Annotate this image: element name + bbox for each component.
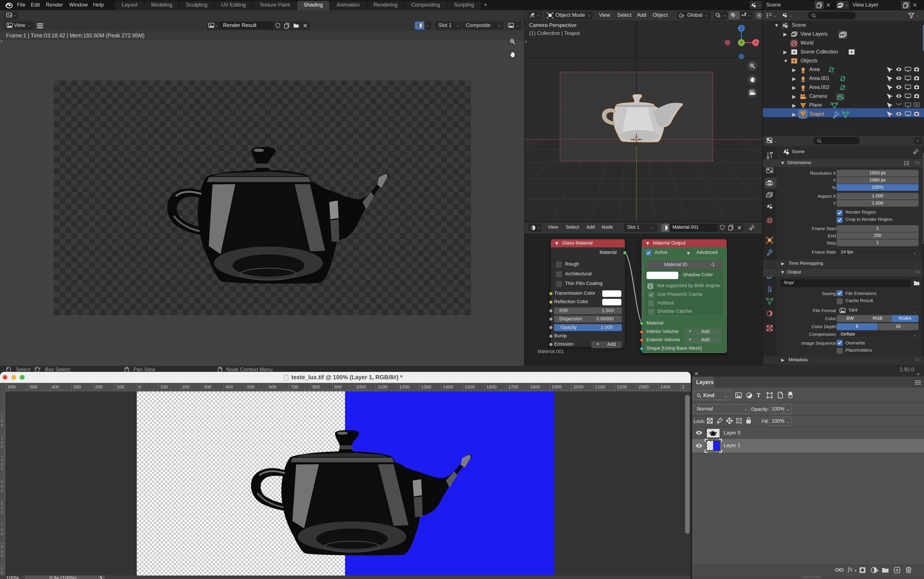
svg-text:1500: 1500 <box>465 384 475 389</box>
svg-text:0: 0 <box>1 510 3 514</box>
svg-text:1100: 1100 <box>378 384 387 389</box>
svg-text:X: X <box>754 40 757 45</box>
svg-text:1900: 1900 <box>552 384 562 389</box>
svg-text:0: 0 <box>1 571 3 575</box>
svg-text:0: 0 <box>1 549 3 554</box>
svg-text:5: 5 <box>1 480 3 484</box>
svg-text:600: 600 <box>269 384 277 389</box>
svg-text:4: 4 <box>1 458 3 462</box>
svg-text:200: 200 <box>182 384 190 389</box>
svg-text:Y: Y <box>740 40 743 45</box>
svg-text:200: 200 <box>95 384 103 389</box>
svg-text:600: 600 <box>8 384 16 389</box>
svg-text:9: 9 <box>1 567 3 571</box>
svg-text:100: 100 <box>160 384 168 389</box>
svg-text:2100: 2100 <box>595 384 605 389</box>
svg-text:1700: 1700 <box>508 384 518 389</box>
svg-text:500: 500 <box>30 384 38 389</box>
svg-text:1000: 1000 <box>356 384 366 389</box>
svg-text:500: 500 <box>247 384 255 389</box>
svg-text:1800: 1800 <box>530 384 540 389</box>
svg-text:400: 400 <box>52 384 59 389</box>
svg-text:2200: 2200 <box>617 384 627 389</box>
svg-text:Z: Z <box>740 26 743 31</box>
svg-text:7: 7 <box>1 523 3 527</box>
svg-text:100: 100 <box>117 384 125 389</box>
svg-text:8: 8 <box>1 545 3 549</box>
svg-text:2000: 2000 <box>573 384 583 389</box>
svg-text:0: 0 <box>1 488 3 493</box>
svg-text:0: 0 <box>1 423 3 427</box>
svg-text:0: 0 <box>1 419 3 423</box>
svg-text:i: i <box>650 284 651 289</box>
svg-text:1400: 1400 <box>443 384 453 389</box>
svg-text:1600: 1600 <box>487 384 496 389</box>
svg-text:0: 0 <box>1 532 3 536</box>
svg-text:1200: 1200 <box>400 384 410 389</box>
svg-text:400: 400 <box>226 384 233 389</box>
svg-text:2: 2 <box>1 414 3 419</box>
svg-text:300: 300 <box>204 384 211 389</box>
svg-text:2400: 2400 <box>660 384 670 389</box>
svg-text:0: 0 <box>1 462 3 467</box>
svg-text:0: 0 <box>1 554 3 558</box>
svg-text:0: 0 <box>1 467 3 471</box>
svg-text:900: 900 <box>334 384 342 389</box>
svg-text:300: 300 <box>73 384 81 389</box>
svg-text:0: 0 <box>1 440 3 445</box>
svg-text:0: 0 <box>139 384 141 389</box>
svg-text:0: 0 <box>1 506 3 510</box>
svg-text:0: 0 <box>1 484 3 488</box>
svg-text:0: 0 <box>1 527 3 532</box>
svg-text:3: 3 <box>1 436 3 440</box>
svg-text:2: 2 <box>682 384 685 389</box>
svg-text:0: 0 <box>1 445 3 449</box>
svg-text:2300: 2300 <box>639 384 649 389</box>
svg-text:6: 6 <box>1 501 3 506</box>
svg-text:700: 700 <box>291 384 298 389</box>
svg-text:1300: 1300 <box>421 384 431 389</box>
svg-text:800: 800 <box>313 384 320 389</box>
